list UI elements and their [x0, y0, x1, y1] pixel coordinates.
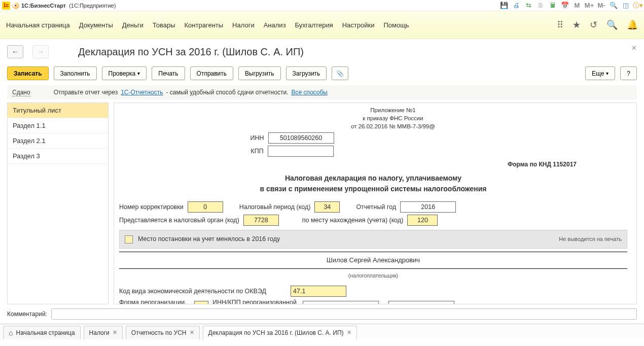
address-change-checkbox[interactable] — [125, 235, 133, 244]
comment-input[interactable] — [51, 308, 637, 320]
nav-back-button[interactable]: ← — [7, 45, 23, 58]
address-change-region: Место постановки на учет менялось в 2016… — [119, 230, 627, 249]
star-icon[interactable]: ★ — [573, 19, 581, 30]
tab-reporting[interactable]: Отчетность по УСН✕ — [126, 326, 200, 339]
titlebar-right-icons: 💾 🖨 ⇆ 🗎 🖩 📅 M M+ M- 🔍 ◫ ⓘ▾ — [500, 2, 642, 10]
divider — [119, 268, 627, 269]
menu-accounting[interactable]: Бухгалтерия — [295, 21, 333, 29]
organ-label: Представляется в налоговый орган (код) — [119, 216, 239, 225]
save-icon[interactable]: 💾 — [500, 2, 508, 10]
fill-button[interactable]: Заполнить — [54, 66, 97, 80]
status-row: Сдано Отправьте отчет через 1С-Отчетност… — [7, 85, 637, 99]
apps-icon[interactable]: ⠿ — [557, 19, 563, 30]
link-all-methods[interactable]: Все способы — [291, 89, 328, 96]
nav-forward-button[interactable]: → — [32, 45, 49, 58]
titlebar-dropdown-icon[interactable]: ▾ — [12, 2, 19, 9]
slash: / — [383, 302, 384, 304]
check-button[interactable]: Проверка — [102, 66, 147, 80]
organ-field[interactable]: 7728 — [243, 215, 279, 226]
search-icon[interactable]: 🔍 — [606, 19, 618, 30]
menu-money[interactable]: Деньги — [122, 21, 144, 29]
status-text-1: Отправьте отчет через — [54, 89, 118, 96]
menu-documents[interactable]: Документы — [79, 21, 113, 29]
export-button[interactable]: Выгрузить — [238, 66, 281, 80]
reorg-label: Форма реорганизации,ликвидация (код) — [119, 299, 190, 304]
app-logo-icon: 1c — [2, 2, 10, 10]
help-button[interactable]: ? — [620, 66, 637, 80]
reorg-code-field[interactable] — [194, 301, 208, 304]
menu-goods[interactable]: Товары — [153, 21, 175, 29]
reorg-kpp-field[interactable] — [388, 301, 454, 304]
more-button[interactable]: Еще — [585, 66, 615, 80]
noprint-note: Не выводится на печать — [559, 235, 622, 244]
menu-taxes[interactable]: Налоги — [232, 21, 255, 29]
bell-icon[interactable]: 🔔 — [627, 19, 638, 30]
status-badge[interactable]: Сдано — [12, 89, 30, 96]
main-area: Титульный лист Раздел 1.1 Раздел 2.1 Раз… — [7, 102, 637, 304]
menu-analysis[interactable]: Анализ — [264, 21, 286, 29]
close-icon[interactable]: ✕ — [113, 329, 117, 336]
place-label: по месту нахождения (учета) (код) — [302, 216, 404, 225]
home-icon: ⌂ — [9, 329, 13, 337]
divider — [119, 252, 627, 252]
year-field[interactable]: 2016 — [400, 201, 456, 213]
sidebar-item-section-1-1[interactable]: Раздел 1.1 — [8, 118, 108, 133]
section-sidebar: Титульный лист Раздел 1.1 Раздел 2.1 Раз… — [7, 102, 109, 304]
menu-settings[interactable]: Настройки — [342, 21, 375, 29]
menu-counterparties[interactable]: Контрагенты — [185, 21, 224, 29]
okved-field[interactable]: 47.1 — [291, 286, 346, 297]
info-icon[interactable]: ⓘ▾ — [634, 2, 642, 10]
m-minus-icon[interactable]: M- — [597, 2, 605, 10]
layout-icon[interactable]: ◫ — [622, 2, 630, 10]
menu-home[interactable]: Начальная страница — [6, 21, 70, 29]
corr-label: Номер корректировки — [119, 202, 184, 212]
period-field[interactable]: 34 — [314, 201, 340, 213]
close-page-button[interactable]: ✕ — [631, 44, 637, 52]
tab-declaration[interactable]: Декларация по УСН за 2016 г. (Шилов С. А… — [203, 326, 357, 339]
kpp-label: КПП — [251, 147, 263, 156]
zoom-icon[interactable]: 🔍 — [610, 2, 618, 10]
corr-field[interactable]: 0 — [188, 201, 223, 213]
form-area[interactable]: Приложение №1 к приказу ФНС России от 26… — [114, 102, 637, 304]
sidebar-item-title-sheet[interactable]: Титульный лист — [8, 103, 108, 118]
page-header: ← → Декларация по УСН за 2016 г. (Шилов … — [0, 39, 644, 64]
main-menu: Начальная страница Документы Деньги Това… — [0, 11, 644, 39]
titlebar: 1c ▾ 1С:БизнесСтарт (1С:Предприятие) 💾 🖨… — [0, 0, 644, 11]
menu-help[interactable]: Помощь — [383, 21, 409, 29]
print-icon[interactable]: 🖨 — [512, 2, 520, 10]
close-icon[interactable]: ✕ — [190, 329, 194, 336]
link-1c-reporting[interactable]: 1С-Отчетность — [121, 89, 163, 96]
place-field[interactable]: 120 — [407, 215, 438, 226]
inn-field[interactable]: 501089560260 — [268, 132, 334, 144]
kpp-field[interactable] — [268, 146, 334, 157]
save-button[interactable]: Записать — [7, 66, 49, 80]
sidebar-item-section-2-1[interactable]: Раздел 2.1 — [8, 133, 108, 149]
tab-taxes[interactable]: Налоги✕ — [84, 326, 123, 339]
tab-home[interactable]: ⌂ Начальная страница — [3, 326, 81, 339]
page-title: Декларация по УСН за 2016 г. (Шилов С. А… — [78, 46, 304, 58]
doc-icon[interactable]: 🗎 — [536, 2, 545, 10]
history-icon[interactable]: ↺ — [590, 19, 597, 30]
attachment-button[interactable]: 📎 — [332, 66, 348, 80]
m-plus-icon[interactable]: M+ — [585, 2, 593, 10]
inn-label: ИНН — [250, 133, 264, 143]
print-button[interactable]: Печать — [152, 66, 185, 80]
reorg-inn-field[interactable] — [303, 301, 379, 304]
attachment-header: Приложение №1 к приказу ФНС России от 26… — [337, 106, 449, 130]
year-label: Отчетный год — [356, 202, 396, 212]
okved-label: Код вида экономической деятельности по О… — [119, 287, 287, 296]
m-icon[interactable]: M — [573, 2, 581, 10]
sidebar-item-section-3[interactable]: Раздел 3 — [8, 149, 108, 164]
comment-row: Комментарий: — [0, 304, 644, 324]
reorg-inn-label: ИНН/КПП реорганизованнойорганизации — [212, 299, 299, 304]
period-label: Налоговый период (код) — [239, 202, 311, 212]
compare-icon[interactable]: ⇆ — [524, 2, 532, 10]
import-button[interactable]: Загрузить — [286, 66, 327, 80]
taxpayer-note: (налогоплательщик) — [119, 272, 627, 280]
bottom-tabs: ⌂ Начальная страница Налоги✕ Отчетность … — [0, 324, 644, 339]
calc-icon[interactable]: 🖩 — [549, 2, 557, 10]
comment-label: Комментарий: — [7, 310, 47, 318]
send-button[interactable]: Отправить — [190, 66, 234, 80]
calendar-icon[interactable]: 📅 — [561, 2, 569, 10]
close-icon[interactable]: ✕ — [347, 329, 351, 336]
